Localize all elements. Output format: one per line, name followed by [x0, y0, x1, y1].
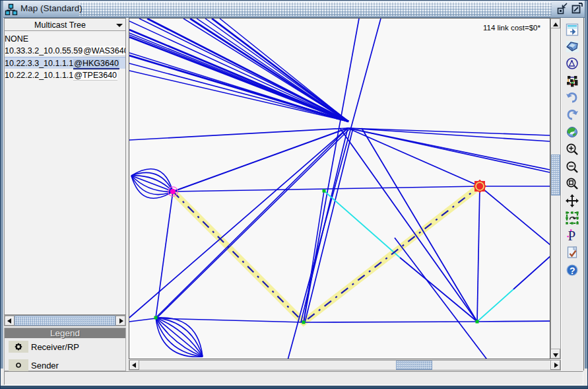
svg-text:?: ? [570, 265, 575, 276]
